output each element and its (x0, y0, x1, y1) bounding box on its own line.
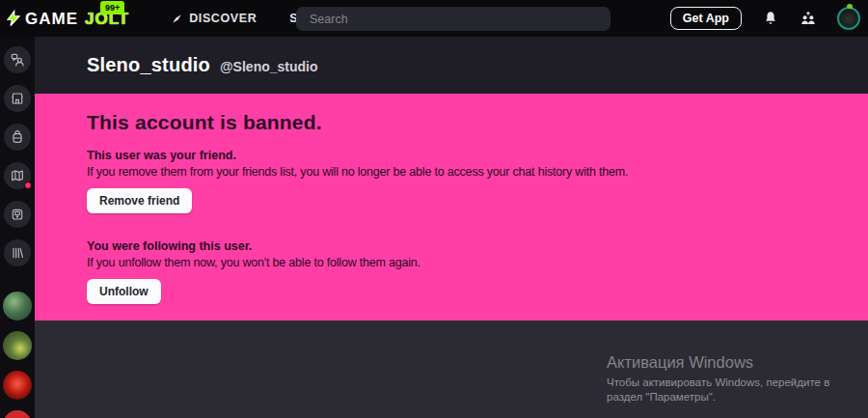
sidebar-store-button[interactable] (4, 85, 31, 112)
unfollow-button[interactable]: Unfollow (87, 279, 161, 304)
logo-text-game: GAME (25, 11, 78, 27)
red-creature-avatar[interactable] (3, 371, 32, 400)
friend-heading: This user was your friend. (87, 149, 816, 162)
watermark-title: Активация Windows (607, 353, 829, 372)
frog-avatar[interactable] (3, 292, 32, 320)
banned-account-banner: This account is banned. This user was yo… (35, 94, 868, 320)
watermark-line2: раздел "Параметры". (607, 390, 829, 404)
profile-display-name: Sleno_studio (87, 54, 210, 76)
follow-description: If you unfollow them now, you won't be a… (87, 256, 816, 269)
notifications-bell-icon[interactable] (762, 10, 779, 27)
profile-username: @Sleno_studio (220, 56, 318, 74)
friend-section: This user was your friend. If you remove… (87, 149, 816, 213)
get-app-button[interactable]: Get App (670, 7, 742, 30)
sidebar-library-button[interactable] (4, 239, 31, 266)
sidebar-gamepad-button[interactable] (4, 201, 31, 228)
nav-discover[interactable]: DISCOVER (154, 12, 273, 25)
search-input[interactable] (296, 7, 610, 31)
remove-friend-button[interactable]: Remove friend (87, 188, 192, 213)
frog-lips-avatar[interactable] (3, 331, 32, 360)
santa-avatar[interactable] (3, 410, 32, 418)
gamepad-icon (10, 207, 25, 222)
quests-notification-dot (24, 181, 32, 189)
profile-header: Sleno_studio @Sleno_studio (35, 37, 868, 94)
backpack-icon (10, 129, 25, 145)
friend-description: If you remove them from your friends lis… (87, 165, 816, 179)
notification-count-badge: 99+ (100, 1, 124, 14)
left-sidebar (0, 37, 35, 418)
banned-title: This account is banned. (87, 111, 816, 134)
compass-icon (171, 13, 183, 25)
follow-heading: You were following this user. (87, 239, 816, 253)
library-icon (10, 245, 25, 261)
follow-section: You were following this user. If you unf… (87, 239, 816, 304)
watermark-line1: Чтобы активировать Windows, перейдите в (607, 376, 829, 390)
main-content: Sleno_studio @Sleno_studio This account … (35, 37, 868, 418)
profile-chat-icon (10, 52, 25, 68)
lightning-bolt-icon (5, 10, 22, 27)
store-icon (10, 91, 25, 106)
sidebar-quests-button[interactable] (4, 162, 31, 189)
quests-icon (10, 168, 25, 183)
nav-discover-label: DISCOVER (189, 12, 257, 25)
page-footer: Активация Windows Чтобы активировать Win… (35, 320, 868, 418)
sidebar-profile-chat-button[interactable] (4, 46, 31, 73)
gamejolt-banned-profile-page: GAME JOLT 99+ DISCOVER STORE ⋮ Get App (0, 0, 868, 418)
user-avatar[interactable] (837, 7, 860, 30)
sidebar-backpack-button[interactable] (4, 124, 31, 151)
windows-activation-watermark: Активация Windows Чтобы активировать Win… (607, 353, 829, 404)
topbar-right-group: Get App (670, 0, 860, 37)
topbar: GAME JOLT 99+ DISCOVER STORE ⋮ Get App (0, 0, 868, 37)
gamejolt-logo[interactable]: GAME JOLT 99+ (5, 0, 129, 37)
friend-requests-icon[interactable] (800, 10, 817, 27)
